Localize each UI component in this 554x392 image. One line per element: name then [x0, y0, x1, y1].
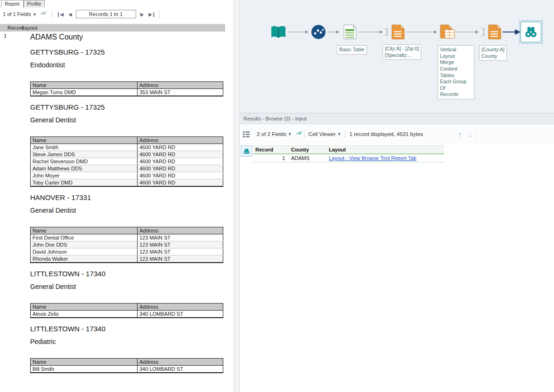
- tool-annotation: Vertical Layout Merge Content Tables Eac…: [438, 45, 474, 99]
- provider-cell: Jane Smith: [31, 144, 138, 151]
- provider-cell: Rachel Stevenson DMD: [31, 158, 138, 165]
- results-fields-dropdown[interactable]: 2 of 2 Fields▼: [253, 131, 296, 137]
- report-sections: GETTYSBURG - 17325EndodontistNameAddress…: [30, 48, 225, 373]
- provider-cell: 4600 YARD RD: [138, 179, 223, 187]
- layout-cell: Layout - View Browse Tool Report Tab: [326, 154, 443, 162]
- grid-column-header[interactable]: County: [289, 146, 326, 153]
- input-data-book-icon: [270, 24, 287, 40]
- layout-link[interactable]: Layout - View Browse Tool Report Tab: [329, 155, 416, 161]
- fields-dropdown[interactable]: 1 of 1 Fields▼: [3, 11, 37, 17]
- first-record-button[interactable]: ❙◀: [56, 12, 64, 17]
- record-status-text: 1 record displayed, 4531 bytes: [345, 131, 427, 137]
- provider-cell: 4600 YARD RD: [138, 172, 223, 179]
- workflow-canvas[interactable]: Basic Table [City:A] - [Zip:0] [Specialt…: [240, 0, 554, 113]
- move-up-icon[interactable]: ↑: [455, 130, 465, 138]
- layout-city-tool[interactable]: [389, 24, 406, 40]
- provider-cell: 340 LOMBARD ST: [138, 366, 223, 373]
- browse-tool[interactable]: [521, 22, 541, 42]
- cell-viewer-label: Cell Viewer: [309, 131, 336, 137]
- layout-vertical-tool[interactable]: [439, 24, 456, 40]
- chevron-down-icon: ▼: [337, 132, 342, 136]
- tool-annotation: Basic Table: [337, 45, 367, 55]
- provider-column-header: Name: [31, 137, 138, 144]
- toolbar-separator: [52, 10, 52, 18]
- move-down-icon[interactable]: ↓: [465, 130, 476, 138]
- provider-cell: Alexis Zelis: [31, 311, 138, 318]
- input-data-tool[interactable]: [270, 24, 287, 40]
- record-number: 1: [0, 32, 30, 373]
- specialty-heading: General Dentist: [30, 283, 225, 290]
- panel-splitter[interactable]: [234, 0, 240, 392]
- provider-column-header: Name: [31, 227, 138, 234]
- provider-cell: Adam Matthews DDS: [31, 165, 138, 172]
- record-cell: 1: [253, 154, 289, 162]
- double-check-icon[interactable]: ✔✔: [296, 131, 304, 137]
- city-zip-heading: HANOVER - 17331: [30, 193, 225, 201]
- tab-profile[interactable]: Profile: [24, 0, 45, 8]
- browse-connection-indicator[interactable]: [241, 145, 252, 157]
- blue-circle-tool[interactable]: [310, 24, 327, 40]
- provider-cell: Megan Turns DMD: [31, 89, 138, 96]
- provider-cell: Steve James DDS: [31, 151, 138, 158]
- grid-column-header[interactable]: Layout: [326, 146, 443, 153]
- grid-column-header[interactable]: Record: [253, 146, 289, 153]
- provider-cell: 4600 YARD RD: [138, 151, 223, 158]
- cell-viewer-dropdown[interactable]: Cell Viewer▼: [305, 131, 345, 137]
- provider-cell: 4600 YARD RD: [138, 158, 223, 165]
- city-zip-heading: GETTYSBURG - 17325: [30, 48, 225, 56]
- provider-row: Alexis Zelis340 LOMBARD ST: [31, 311, 223, 318]
- results-title-bar: ⋯⋯ Results - Browse (3) - Input: [240, 113, 554, 124]
- table-document-icon: [341, 24, 358, 40]
- report-toolbar: 1 of 1 Fields▼ ✔✔ ❙◀ ◀ Records 1 to 1 ▶ …: [0, 8, 234, 21]
- tool-annotation: [County:A] County: [479, 45, 507, 61]
- provider-row: John Doe DDS123 MAIN ST: [31, 241, 223, 248]
- binoculars-icon: [242, 147, 251, 156]
- tab-report[interactable]: Report: [1, 0, 24, 8]
- report-section: HANOVER - 17331General DentistNameAddres…: [30, 193, 225, 263]
- provider-row: Toby Carter DMD4600 YARD RD: [31, 179, 223, 187]
- provider-row: Steve James DDS4600 YARD RD: [31, 151, 223, 158]
- provider-column-header: Address: [138, 359, 223, 366]
- provider-column-header: Name: [31, 359, 138, 366]
- tool-annotation: [City:A] - [Zip:0] [Specialty:...: [383, 44, 421, 60]
- browse-report-panel: Report Profile 1 of 1 Fields▼ ✔✔ ❙◀ ◀ Re…: [0, 0, 234, 392]
- county-title: ADAMS County: [30, 33, 225, 41]
- table-view-icon[interactable]: [240, 130, 253, 138]
- grid-row: 1ADAMSLayout - View Browse Tool Report T…: [253, 154, 444, 162]
- layout-column-label: Layout: [22, 25, 37, 31]
- county-cell: ADAMS: [289, 154, 326, 162]
- provider-cell: John Doe DDS: [31, 241, 138, 248]
- provider-cell: Rhonda Walker: [31, 256, 138, 263]
- provider-cell: 4600 YARD RD: [138, 165, 223, 172]
- layout-county-tool[interactable]: [486, 24, 503, 40]
- chevron-down-icon: ▼: [33, 12, 37, 17]
- binoculars-icon: [522, 24, 539, 40]
- provider-cell: 123 MAIN ST: [138, 256, 223, 263]
- last-record-button[interactable]: ▶❙: [147, 12, 156, 17]
- drag-grip-icon[interactable]: ⋯⋯: [241, 113, 252, 118]
- results-grid: RecordCountyLayout 1ADAMSLayout - View B…: [240, 144, 554, 392]
- basic-table-tool[interactable]: [341, 24, 358, 40]
- previous-record-button[interactable]: ◀: [67, 12, 73, 17]
- provider-column-header: Address: [138, 137, 223, 144]
- provider-cell: John Moyer: [31, 172, 138, 179]
- layout-document-icon: [486, 24, 503, 40]
- records-range-box[interactable]: Records 1 to 1: [76, 10, 136, 18]
- provider-row: Megan Turns DMD353 MAIN ST: [31, 89, 223, 96]
- provider-table: NameAddressMegan Turns DMD353 MAIN ST: [30, 81, 223, 96]
- provider-table: NameAddressFirst Dental Office123 MAIN S…: [30, 227, 223, 263]
- specialty-heading: Endodontist: [30, 61, 225, 69]
- next-record-button[interactable]: ▶: [139, 12, 145, 17]
- double-check-icon[interactable]: ✔✔: [40, 11, 49, 17]
- specialty-heading: General Dentist: [30, 116, 225, 124]
- provider-column-header: Address: [138, 304, 223, 311]
- report-section: GETTYSBURG - 17325General DentistNameAdd…: [30, 103, 225, 187]
- specialty-heading: Pediatric: [30, 338, 225, 345]
- city-zip-heading: GETTYSBURG - 17325: [30, 103, 225, 111]
- city-zip-heading: LITTLESTOWN - 17340: [30, 270, 225, 278]
- report-view: Record Layout 1 ADAMS County GETTYSBURG …: [0, 24, 234, 383]
- provider-cell: David Johnson: [31, 248, 138, 256]
- provider-row: David Johnson123 MAIN ST: [31, 248, 223, 256]
- report-tab-bar: Report Profile: [0, 0, 234, 8]
- record-column-label: Record: [0, 25, 22, 31]
